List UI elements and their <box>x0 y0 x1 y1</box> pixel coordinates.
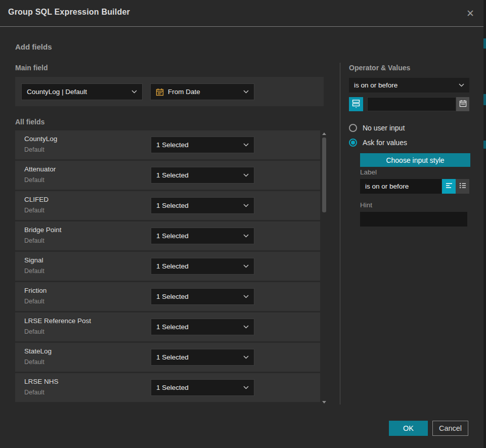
selection-value: 1 Selected <box>156 232 240 240</box>
group-sql-expression-builder-dialog: Group SQL Expression Builder ✕ Add field… <box>0 0 486 448</box>
field-selection-dropdown[interactable]: 1 Selected <box>151 167 254 184</box>
no-user-input-label: No user input <box>363 124 405 132</box>
operator-dropdown[interactable]: is on or before <box>349 78 469 93</box>
field-row-statelog: StateLog Default 1 Selected <box>15 343 320 372</box>
unique-values-button[interactable] <box>349 97 363 111</box>
field-row-countylog: CountyLog Default 1 Selected <box>15 130 320 159</box>
dialog-title: Group SQL Expression Builder <box>8 8 130 17</box>
field-name: Signal <box>24 256 43 264</box>
ok-button[interactable]: OK <box>389 421 428 436</box>
field-selection-dropdown[interactable]: 1 Selected <box>151 349 254 366</box>
operator-values-heading: Operator & Values <box>349 64 410 72</box>
selection-value: 1 Selected <box>156 384 240 391</box>
field-name: LRSE NHS <box>24 378 59 385</box>
scrollbar-down-arrow-icon[interactable] <box>322 401 326 404</box>
field-type: Default <box>24 207 45 214</box>
layer-dropdown[interactable]: CountyLog | Default <box>21 83 143 100</box>
field-row-friction: Friction Default 1 Selected <box>15 282 320 311</box>
field-row-lrse-nhs: LRSE NHS Default 1 Selected <box>15 373 320 402</box>
background-accent <box>483 38 486 49</box>
single-line-style-toggle[interactable] <box>442 179 456 194</box>
list-style-toggle[interactable] <box>456 179 469 194</box>
main-field-dropdown-value: From Date <box>168 88 240 96</box>
chevron-down-icon <box>131 90 137 94</box>
cancel-button[interactable]: Cancel <box>432 421 468 436</box>
background-accent <box>483 94 486 105</box>
close-icon[interactable]: ✕ <box>464 7 476 19</box>
field-name: Attenuator <box>24 165 56 173</box>
date-picker-button[interactable] <box>456 97 469 111</box>
calendar-icon <box>459 100 467 109</box>
no-user-input-option[interactable]: No user input <box>349 124 405 132</box>
field-name: Bridge Point <box>24 226 62 234</box>
title-separator <box>0 26 483 27</box>
calendar-icon <box>156 88 164 96</box>
main-field-dropdown[interactable]: From Date <box>150 83 254 100</box>
value-input[interactable] <box>367 97 456 111</box>
field-row-attenuator: Attenuator Default 1 Selected <box>15 161 320 190</box>
selection-value: 1 Selected <box>156 171 240 179</box>
field-selection-dropdown[interactable]: 1 Selected <box>151 379 254 396</box>
chevron-down-icon <box>243 173 249 177</box>
field-selection-dropdown[interactable]: 1 Selected <box>151 228 254 244</box>
field-name: CountyLog <box>24 135 57 143</box>
field-type: Default <box>24 267 45 275</box>
background-app-strip <box>483 0 486 448</box>
hint-field-label: Hint <box>360 201 372 209</box>
scrollbar-up-arrow-icon[interactable] <box>322 132 326 135</box>
scrollbar-thumb[interactable] <box>322 138 326 212</box>
operator-dropdown-value: is on or before <box>354 81 456 89</box>
field-type: Default <box>24 298 45 305</box>
chevron-down-icon <box>243 90 249 94</box>
field-row-signal: Signal Default 1 Selected <box>15 252 320 281</box>
selection-value: 1 Selected <box>156 353 240 361</box>
field-row-bridge-point: Bridge Point Default 1 Selected <box>15 221 320 250</box>
field-selection-dropdown[interactable]: 1 Selected <box>151 137 254 153</box>
field-name: LRSE Reference Post <box>24 317 91 325</box>
field-selection-dropdown[interactable]: 1 Selected <box>151 197 254 214</box>
choose-input-style-button[interactable]: Choose input style <box>360 153 470 167</box>
all-fields-heading: All fields <box>15 118 45 126</box>
hint-input[interactable] <box>360 212 467 227</box>
chevron-down-icon <box>243 295 249 298</box>
field-type: Default <box>24 359 45 366</box>
selection-value: 1 Selected <box>156 293 240 300</box>
selection-value: 1 Selected <box>156 141 240 149</box>
main-field-box: CountyLog | Default From Date <box>15 77 324 106</box>
chevron-down-icon <box>243 234 249 238</box>
background-accent <box>483 141 486 149</box>
field-name: StateLog <box>24 347 52 355</box>
chevron-down-icon <box>243 355 249 359</box>
modal-surface: Group SQL Expression Builder ✕ Add field… <box>0 0 483 448</box>
chevron-down-icon <box>243 143 249 147</box>
radio-unselected-icon[interactable] <box>349 124 357 132</box>
field-type: Default <box>24 328 45 335</box>
chevron-down-icon <box>243 386 249 389</box>
field-selection-dropdown[interactable]: 1 Selected <box>151 258 254 275</box>
field-name: CLIFED <box>24 196 49 203</box>
field-name: Friction <box>24 287 47 294</box>
layer-dropdown-value: CountyLog | Default <box>27 88 128 96</box>
add-fields-heading: Add fields <box>15 42 52 51</box>
selection-value: 1 Selected <box>156 262 240 270</box>
bullet-list-icon <box>459 182 467 192</box>
radio-selected-icon[interactable] <box>349 139 357 147</box>
field-selection-dropdown[interactable]: 1 Selected <box>151 319 254 335</box>
label-input[interactable] <box>360 179 441 194</box>
align-left-icon <box>445 182 453 192</box>
field-row-lrse-reference-post: LRSE Reference Post Default 1 Selected <box>15 312 320 341</box>
ask-for-values-label: Ask for values <box>363 139 407 147</box>
selection-value: 1 Selected <box>156 202 240 209</box>
unique-values-icon <box>351 99 361 110</box>
field-selection-dropdown[interactable]: 1 Selected <box>151 288 254 305</box>
selection-value: 1 Selected <box>156 323 240 331</box>
panel-divider <box>340 63 340 405</box>
chevron-down-icon <box>243 264 249 268</box>
field-type: Default <box>24 176 45 184</box>
main-field-heading: Main field <box>15 64 48 72</box>
label-field-label: Label <box>360 168 377 176</box>
field-type: Default <box>24 237 45 244</box>
field-type: Default <box>24 146 45 153</box>
field-type: Default <box>24 389 45 396</box>
ask-for-values-option[interactable]: Ask for values <box>349 139 407 147</box>
